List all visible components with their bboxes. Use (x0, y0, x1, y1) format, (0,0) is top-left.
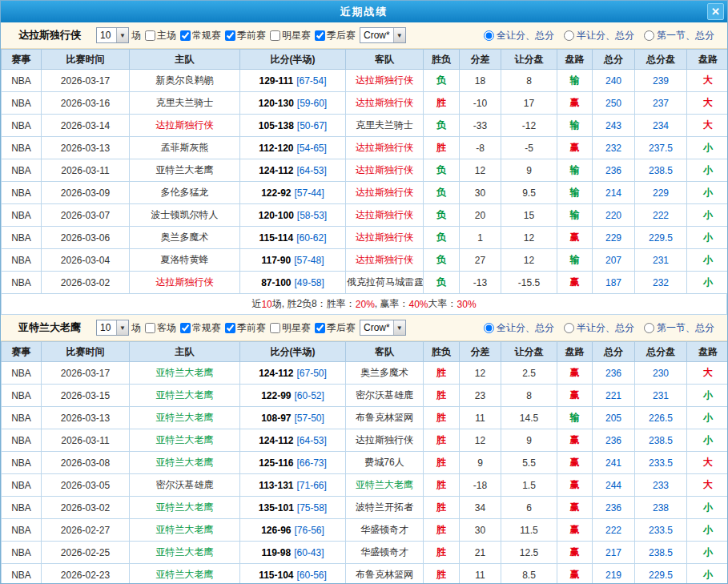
checkbox-allstar[interactable]: 明星赛 (267, 29, 311, 42)
checkbox-allstar-input[interactable] (270, 30, 280, 41)
cell-handicap: 9 (501, 159, 557, 182)
cell-handicap: 11.5 (501, 519, 557, 542)
checkbox-venue-home-input[interactable] (145, 30, 155, 41)
summary-segment: 30% (457, 299, 477, 310)
checkbox-playoffs-input[interactable] (315, 30, 325, 41)
summary-segment: 40% (409, 299, 428, 310)
chevron-down-icon: ▼ (116, 320, 128, 335)
checkbox-venue-home[interactable]: 主场 (143, 29, 176, 42)
cell-result: 胜 (424, 407, 460, 429)
radio-input[interactable] (644, 30, 654, 41)
column-header: 盘路 (687, 342, 728, 362)
checkbox-preseason-input[interactable] (225, 30, 235, 41)
cell-score: 87-100[49-58] (240, 272, 346, 294)
checkbox-regular-season[interactable]: 常规赛 (178, 321, 221, 335)
column-header: 总分 (593, 50, 635, 70)
cell-home-team: 亚特兰大老鹰 (130, 429, 240, 452)
radio-input[interactable] (564, 323, 574, 333)
cell-over-under: 大 (687, 70, 728, 92)
cell-total: 232 (593, 137, 635, 159)
checkbox-label: 客场 (157, 321, 176, 335)
radio-input[interactable] (484, 323, 494, 333)
checkbox-regular-season-input[interactable] (180, 30, 191, 41)
cell-handicap: 8.5 (501, 564, 557, 584)
cell-score: 129-111[67-54] (240, 70, 346, 92)
checkbox-allstar-input[interactable] (270, 323, 280, 333)
cell-home-team: 达拉斯独行侠 (130, 272, 240, 294)
odds-source-select[interactable]: Crow* ▼ (360, 27, 406, 43)
cell-total-line: 231 (635, 249, 687, 272)
games-count-select[interactable]: 10 ▼ (96, 27, 129, 43)
cell-total-line: 234 (635, 115, 687, 137)
cell-handicap: 14.5 (501, 407, 557, 429)
full-score: 124-112 (259, 368, 293, 379)
cell-total: 219 (593, 564, 635, 584)
cell-league: NBA (2, 137, 42, 159)
game-row: NBA2026-03-05密尔沃基雄鹿113-131[71-66]亚特兰大老鹰胜… (2, 474, 728, 497)
cell-result: 胜 (424, 452, 460, 474)
checkbox-venue-away[interactable]: 客场 (143, 321, 176, 335)
half-score: [57-44] (295, 187, 324, 199)
checkbox-preseason[interactable]: 季前赛 (223, 29, 266, 42)
cell-total: 214 (593, 182, 635, 204)
cell-date: 2026-02-23 (42, 564, 130, 584)
half-score: [59-60] (297, 98, 327, 109)
game-row: NBA2026-03-08亚特兰大老鹰125-116[66-73]费城76人胜9… (2, 452, 728, 474)
radio-input[interactable] (564, 30, 574, 41)
checkbox-label: 季前赛 (237, 321, 266, 335)
column-header: 主队 (130, 50, 240, 70)
cell-score: 117-90[57-48] (240, 249, 346, 272)
checkbox-regular-season-input[interactable] (180, 323, 191, 333)
checkbox-playoffs[interactable]: 季后赛 (312, 29, 356, 42)
cell-away-team: 克里夫兰骑士 (346, 115, 424, 137)
radio-option-3[interactable]: 第一节、总分 (644, 29, 714, 42)
cell-date: 2026-03-04 (42, 249, 130, 272)
cell-handicap-result: 赢 (557, 564, 593, 584)
checkbox-playoffs-input[interactable] (315, 323, 325, 333)
checkbox-preseason[interactable]: 季前赛 (223, 321, 266, 335)
cell-result: 胜 (424, 385, 460, 407)
checkbox-playoffs[interactable]: 季后赛 (312, 321, 356, 335)
checkbox-venue-away-input[interactable] (145, 323, 155, 333)
cell-result: 负 (424, 70, 460, 92)
checkbox-regular-season[interactable]: 常规赛 (178, 29, 221, 42)
game-row: NBA2026-03-13孟菲斯灰熊112-120[54-65]达拉斯独行侠胜-… (2, 137, 728, 159)
radio-option-1[interactable]: 全让分、总分 (484, 29, 554, 42)
summary-segment: 场, 胜2负8：胜率： (272, 297, 356, 311)
cell-handicap: -12 (501, 115, 557, 137)
radio-option-3[interactable]: 第一节、总分 (644, 321, 714, 335)
cell-date: 2026-03-11 (42, 429, 130, 452)
cell-result: 胜 (424, 137, 460, 159)
game-row: NBA2026-03-04夏洛特黄蜂117-90[57-48]达拉斯独行侠负27… (2, 249, 728, 272)
radio-option-2[interactable]: 半让分、总分 (564, 29, 634, 42)
checkbox-allstar[interactable]: 明星赛 (267, 321, 311, 335)
column-header: 总分盘 (635, 50, 687, 70)
column-header: 让分盘 (501, 50, 557, 70)
checkbox-preseason-input[interactable] (225, 323, 235, 333)
cell-score: 124-112[64-53] (240, 429, 346, 452)
radio-input[interactable] (644, 323, 654, 333)
cell-over-under: 大 (687, 452, 728, 474)
cell-point-diff: 12 (460, 159, 501, 182)
cell-total-line: 231 (635, 385, 687, 407)
cell-point-diff: -13 (460, 272, 501, 294)
radio-input[interactable] (484, 30, 494, 41)
close-button[interactable]: ✕ (707, 3, 724, 20)
cell-home-team: 亚特兰大老鹰 (130, 407, 240, 429)
radio-label: 全让分、总分 (497, 29, 554, 42)
radio-option-1[interactable]: 全让分、总分 (484, 321, 554, 335)
cell-date: 2026-03-09 (42, 182, 130, 204)
cell-home-team: 亚特兰大老鹰 (130, 497, 240, 519)
radio-label: 全让分、总分 (497, 321, 554, 335)
half-score: [67-54] (296, 75, 326, 87)
radio-option-2[interactable]: 半让分、总分 (564, 321, 634, 335)
odds-source-select[interactable]: Crow* ▼ (360, 320, 406, 336)
games-count-select[interactable]: 10 ▼ (96, 320, 129, 336)
cell-handicap: 8 (501, 70, 557, 92)
cell-result: 负 (424, 272, 460, 294)
summary-segment: 大率： (428, 297, 457, 311)
full-score: 129-111 (259, 75, 293, 87)
cell-away-team: 奥兰多魔术 (346, 362, 424, 385)
summary-segment: 20% (356, 299, 375, 310)
game-row: NBA2026-03-11亚特兰大老鹰124-112[64-53]达拉斯独行侠负… (2, 159, 728, 182)
